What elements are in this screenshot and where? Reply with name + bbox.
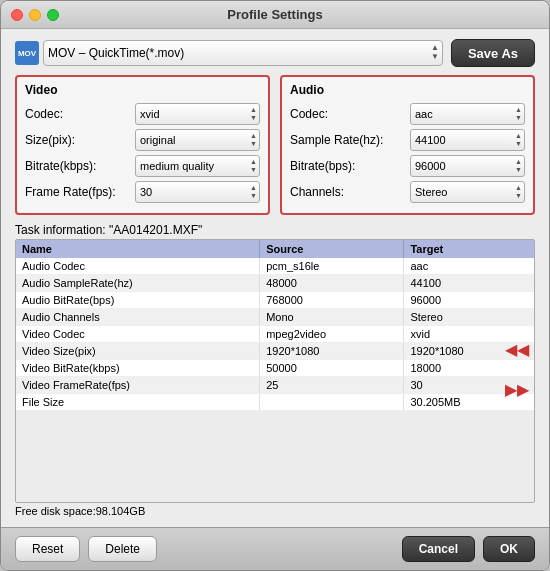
audio-samplerate-select[interactable]: 44100 <box>410 129 525 151</box>
cell-source <box>260 394 404 411</box>
table-row: Audio Codecpcm_s16leaac <box>16 258 534 275</box>
reset-button[interactable]: Reset <box>15 536 80 562</box>
video-size-select-wrap: original ▲▼ <box>135 129 260 151</box>
table-row: Audio BitRate(bps)76800096000 <box>16 292 534 309</box>
audio-channels-select-wrap: Stereo ▲▼ <box>410 181 525 203</box>
table-row: Audio ChannelsMonoStereo <box>16 309 534 326</box>
video-bitrate-row: Bitrate(kbps): medium quality ▲▼ <box>25 155 260 177</box>
traffic-lights <box>11 9 59 21</box>
video-bitrate-select[interactable]: medium quality <box>135 155 260 177</box>
task-table-body: Audio Codecpcm_s16leaacAudio SampleRate(… <box>16 258 534 411</box>
profile-settings-window: Profile Settings MOV MOV – QuickTime(*.m… <box>0 0 550 571</box>
table-header-row: Name Source Target <box>16 240 534 258</box>
audio-channels-row: Channels: Stereo ▲▼ <box>290 181 525 203</box>
format-select[interactable]: MOV – QuickTime(*.mov) <box>43 40 443 66</box>
video-framerate-label: Frame Rate(fps): <box>25 185 135 199</box>
audio-samplerate-select-wrap: 44100 ▲▼ <box>410 129 525 151</box>
audio-codec-label: Codec: <box>290 107 410 121</box>
table-row: Video Codecmpeg2videoxvid <box>16 326 534 343</box>
cell-source: 25 <box>260 377 404 394</box>
task-table-container: Name Source Target Audio Codecpcm_s16lea… <box>15 239 535 503</box>
table-row: Audio SampleRate(hz)4800044100 <box>16 275 534 292</box>
format-icon: MOV <box>15 41 39 65</box>
main-content: MOV MOV – QuickTime(*.mov) ▲ ▼ Save As V… <box>1 29 549 527</box>
table-row: Video FrameRate(fps)2530 <box>16 377 534 394</box>
audio-codec-select-wrap: aac ▲▼ <box>410 103 525 125</box>
task-info-section: Task information: "AA014201.MXF" Name So… <box>15 223 535 517</box>
cell-source: mpeg2video <box>260 326 404 343</box>
video-codec-select[interactable]: xvid <box>135 103 260 125</box>
cell-source: 1920*1080 <box>260 343 404 360</box>
video-group: Video Codec: xvid ▲▼ Size(pix): original <box>15 75 270 215</box>
video-bitrate-label: Bitrate(kbps): <box>25 159 135 173</box>
audio-channels-label: Channels: <box>290 185 410 199</box>
video-codec-select-wrap: xvid ▲▼ <box>135 103 260 125</box>
bottom-left-buttons: Reset Delete <box>15 536 157 562</box>
cell-name: Video Codec <box>16 326 260 343</box>
cell-name: Audio BitRate(bps) <box>16 292 260 309</box>
video-codec-row: Codec: xvid ▲▼ <box>25 103 260 125</box>
title-bar: Profile Settings <box>1 1 549 29</box>
audio-bitrate-select[interactable]: 96000 <box>410 155 525 177</box>
audio-channels-select[interactable]: Stereo <box>410 181 525 203</box>
video-framerate-select-wrap: 30 ▲▼ <box>135 181 260 203</box>
audio-samplerate-row: Sample Rate(hz): 44100 ▲▼ <box>290 129 525 151</box>
next-arrow[interactable]: ▶▶ <box>505 382 529 398</box>
disk-space: Free disk space:98.104GB <box>15 505 535 517</box>
audio-codec-select[interactable]: aac <box>410 103 525 125</box>
top-row: MOV MOV – QuickTime(*.mov) ▲ ▼ Save As <box>15 39 535 67</box>
cell-source: Mono <box>260 309 404 326</box>
video-framerate-row: Frame Rate(fps): 30 ▲▼ <box>25 181 260 203</box>
task-table: Name Source Target Audio Codecpcm_s16lea… <box>16 240 534 411</box>
save-as-button[interactable]: Save As <box>451 39 535 67</box>
format-select-wrap-inner: MOV – QuickTime(*.mov) ▲ ▼ <box>43 40 443 66</box>
audio-samplerate-label: Sample Rate(hz): <box>290 133 410 147</box>
window-title: Profile Settings <box>227 7 322 22</box>
cell-name: Audio SampleRate(hz) <box>16 275 260 292</box>
cancel-button[interactable]: Cancel <box>402 536 475 562</box>
cell-name: Video FrameRate(fps) <box>16 377 260 394</box>
col-header-name: Name <box>16 240 260 258</box>
video-bitrate-select-wrap: medium quality ▲▼ <box>135 155 260 177</box>
settings-row: Video Codec: xvid ▲▼ Size(pix): original <box>15 75 535 215</box>
cell-name: Audio Channels <box>16 309 260 326</box>
audio-codec-row: Codec: aac ▲▼ <box>290 103 525 125</box>
audio-bitrate-select-wrap: 96000 ▲▼ <box>410 155 525 177</box>
cell-source: 768000 <box>260 292 404 309</box>
audio-bitrate-label: Bitrate(bps): <box>290 159 410 173</box>
bottom-bar: Reset Delete Cancel OK <box>1 527 549 570</box>
audio-group-label: Audio <box>290 83 525 97</box>
cell-source: 48000 <box>260 275 404 292</box>
task-info-title: Task information: "AA014201.MXF" <box>15 223 535 237</box>
maximize-button[interactable] <box>47 9 59 21</box>
table-row: Video BitRate(kbps)5000018000 <box>16 360 534 377</box>
minimize-button[interactable] <box>29 9 41 21</box>
ok-button[interactable]: OK <box>483 536 535 562</box>
cell-source: 50000 <box>260 360 404 377</box>
close-button[interactable] <box>11 9 23 21</box>
video-framerate-select[interactable]: 30 <box>135 181 260 203</box>
audio-bitrate-row: Bitrate(bps): 96000 ▲▼ <box>290 155 525 177</box>
video-codec-label: Codec: <box>25 107 135 121</box>
cell-name: Video BitRate(kbps) <box>16 360 260 377</box>
bottom-right-buttons: Cancel OK <box>402 536 535 562</box>
table-row: File Size30.205MB <box>16 394 534 411</box>
format-select-wrap: MOV MOV – QuickTime(*.mov) ▲ ▼ <box>15 40 443 66</box>
cell-name: Audio Codec <box>16 258 260 275</box>
delete-button[interactable]: Delete <box>88 536 157 562</box>
audio-group: Audio Codec: aac ▲▼ Sample Rate(hz): 441… <box>280 75 535 215</box>
prev-arrow[interactable]: ◀◀ <box>505 342 529 358</box>
cell-name: Video Size(pix) <box>16 343 260 360</box>
col-header-source: Source <box>260 240 404 258</box>
cell-name: File Size <box>16 394 260 411</box>
video-size-select[interactable]: original <box>135 129 260 151</box>
video-size-label: Size(pix): <box>25 133 135 147</box>
table-row: Video Size(pix)1920*10801920*1080 <box>16 343 534 360</box>
cell-source: pcm_s16le <box>260 258 404 275</box>
video-size-row: Size(pix): original ▲▼ <box>25 129 260 151</box>
side-arrows-wrap: ◀◀ ▶▶ <box>505 223 533 517</box>
video-group-label: Video <box>25 83 260 97</box>
